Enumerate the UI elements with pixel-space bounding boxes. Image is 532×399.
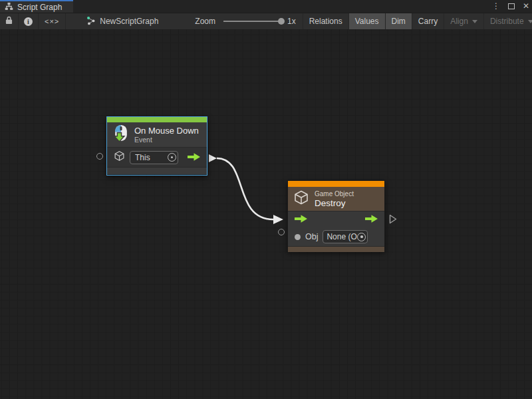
zoom-slider[interactable] xyxy=(223,21,282,22)
obj-value-port-dot[interactable] xyxy=(295,234,301,240)
game-object-cube-icon xyxy=(293,190,309,208)
action-accent-bar xyxy=(288,181,384,187)
obj-value: None (O xyxy=(327,232,357,241)
wire-layer xyxy=(0,29,532,399)
toolbar-toggles: Relations Values Dim Carry Align Distrib… xyxy=(303,13,532,29)
node-destroy[interactable]: Game Object Destroy xyxy=(287,180,385,251)
target-input-port[interactable] xyxy=(96,153,103,160)
distribute-dropdown: Distribute xyxy=(484,13,532,29)
event-node-subtitle: Event xyxy=(134,136,199,144)
close-icon[interactable]: ✕ xyxy=(523,0,529,13)
script-graph-icon xyxy=(86,16,96,27)
destroy-node-header[interactable]: Game Object Destroy xyxy=(288,187,384,211)
graph-canvas[interactable]: On Mouse Down Event This xyxy=(0,29,532,399)
carry-label: Carry xyxy=(418,17,438,26)
obj-input-port[interactable] xyxy=(278,229,285,235)
param-label: Obj xyxy=(305,232,318,241)
event-node-body: This xyxy=(107,147,207,167)
target-value: This xyxy=(135,153,168,162)
wire-destination-arrow[interactable] xyxy=(273,215,283,224)
dim-label: Dim xyxy=(392,17,406,26)
lock-button[interactable] xyxy=(0,13,19,29)
info-icon: i xyxy=(24,17,33,26)
event-node-header[interactable]: On Mouse Down Event xyxy=(107,122,207,147)
titlebar: Script Graph ⋮ ✕ xyxy=(0,0,532,13)
flow-input-port[interactable] xyxy=(295,213,307,225)
game-object-cube-icon xyxy=(114,150,125,164)
align-dropdown: Align xyxy=(444,13,484,29)
values-label: Values xyxy=(355,17,379,26)
flow-continue-arrow[interactable] xyxy=(389,214,397,227)
event-node-title: On Mouse Down xyxy=(134,126,199,136)
object-picker-icon[interactable] xyxy=(357,233,366,241)
distribute-label: Distribute xyxy=(490,17,524,26)
zoom-slider-handle[interactable] xyxy=(278,18,285,25)
destroy-node-category: Game Object xyxy=(315,190,354,198)
destroy-node-title: Destroy xyxy=(315,198,354,208)
object-picker-icon[interactable] xyxy=(168,153,176,162)
flow-output-port[interactable] xyxy=(365,213,378,225)
kebab-menu-icon[interactable]: ⋮ xyxy=(492,0,500,13)
connection-wire[interactable] xyxy=(217,158,273,219)
event-accent-bar xyxy=(107,117,207,122)
destroy-node-body: Obj None (O xyxy=(288,211,384,246)
chevron-down-icon xyxy=(472,20,477,23)
event-node-footer xyxy=(107,167,207,174)
node-on-mouse-down[interactable]: On Mouse Down Event This xyxy=(106,116,207,176)
wire-source-arrow[interactable] xyxy=(209,154,217,162)
dim-button[interactable]: Dim xyxy=(386,13,412,29)
flow-output-port[interactable] xyxy=(188,152,200,164)
zoom-control: Zoom 1x xyxy=(195,13,298,29)
mouse-down-icon xyxy=(112,124,129,145)
code-view-button[interactable]: <×> xyxy=(39,13,66,29)
tab-script-graph[interactable]: Script Graph xyxy=(0,0,73,13)
graph-toolbar: i <×> NewScriptGraph Zoom 1x xyxy=(0,13,532,29)
target-input-field[interactable]: This xyxy=(130,151,178,164)
tab-title: Script Graph xyxy=(17,3,62,12)
graph-hierarchy-icon xyxy=(5,1,13,13)
carry-button[interactable]: Carry xyxy=(412,13,444,29)
align-label: Align xyxy=(450,17,468,26)
lock-icon xyxy=(5,16,13,27)
graph-breadcrumb[interactable]: NewScriptGraph xyxy=(80,13,164,29)
chevron-down-icon xyxy=(528,20,532,23)
window-controls: ⋮ ✕ xyxy=(492,0,529,13)
script-graph-window: Script Graph ⋮ ✕ i <×> xyxy=(0,0,532,399)
relations-label: Relations xyxy=(309,17,342,26)
code-icon: <×> xyxy=(45,17,59,25)
zoom-value: 1x xyxy=(287,17,296,26)
zoom-label: Zoom xyxy=(195,17,215,26)
values-button[interactable]: Values xyxy=(349,13,386,29)
destroy-node-footer xyxy=(288,246,384,252)
relations-button[interactable]: Relations xyxy=(303,13,349,29)
info-button[interactable]: i xyxy=(19,13,39,29)
graph-name-label: NewScriptGraph xyxy=(100,17,158,26)
maximize-icon[interactable] xyxy=(508,3,515,9)
obj-input-field[interactable]: None (O xyxy=(323,230,368,243)
